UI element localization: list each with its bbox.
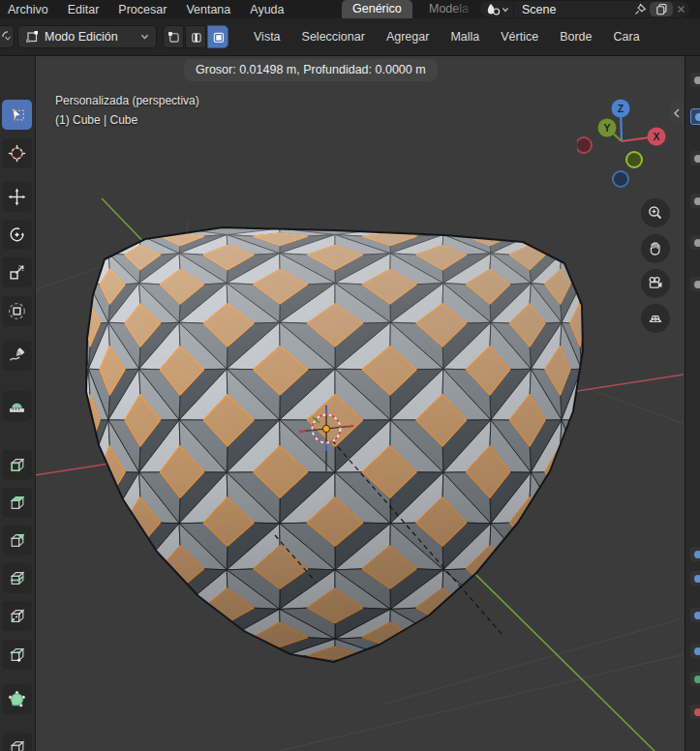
sidebar-collapse-tab[interactable]: [670, 102, 684, 125]
tool-cursor-button[interactable]: [2, 138, 32, 168]
pan-hand-button[interactable]: [641, 234, 670, 263]
pan-hand-icon: [647, 240, 664, 257]
select-mode-group: [163, 25, 228, 48]
select-box-icon: [8, 105, 26, 124]
main-menubar: Archivo Editar Procesar Ventana Ayuda: [8, 0, 284, 18]
menu-vista[interactable]: Vista: [254, 30, 281, 44]
properties-tab-6[interactable]: [690, 547, 700, 561]
menu-borde[interactable]: Borde: [560, 30, 592, 44]
mode-dropdown[interactable]: Modo Edición: [17, 25, 157, 48]
transform-icon: [8, 302, 26, 320]
viewport-menubar: Vista Seleccionar Agregar Malla Vértice …: [254, 18, 640, 55]
measure-icon: [8, 397, 26, 415]
properties-tab-0[interactable]: [690, 73, 700, 87]
pin-icon[interactable]: [634, 2, 647, 16]
scene-browse-button[interactable]: [480, 1, 514, 17]
tool-shelf: [0, 55, 36, 751]
gizmo-axis-x[interactable]: X: [648, 128, 666, 146]
menu-archivo[interactable]: Archivo: [8, 3, 48, 16]
tool-measure-button[interactable]: [2, 391, 32, 421]
properties-tab-4[interactable]: [690, 235, 700, 250]
tool-scale-button[interactable]: [2, 257, 32, 287]
scene-selector: Scene: [480, 1, 689, 17]
tool-select-box-button[interactable]: [2, 100, 32, 130]
new-copy-button[interactable]: [650, 2, 673, 16]
properties-tab-9[interactable]: [690, 644, 700, 658]
properties-editor-sliver[interactable]: [685, 18, 700, 751]
move-icon: [8, 188, 26, 206]
face-select-button[interactable]: [207, 25, 228, 48]
menu-ventana[interactable]: Ventana: [186, 3, 230, 16]
camera-view-icon: [647, 275, 664, 292]
tool-bevel-button[interactable]: [2, 526, 32, 556]
tool-move-button[interactable]: [2, 182, 32, 212]
navigation-gizmo[interactable]: ZYX: [577, 90, 678, 195]
tool-knife-button[interactable]: [2, 601, 32, 631]
editor-type-dropdown[interactable]: [0, 25, 15, 48]
spin-icon: [8, 690, 26, 708]
gizmo-axis-z[interactable]: Z: [612, 100, 630, 118]
tool-annotate-button[interactable]: [2, 341, 32, 371]
poly-build-icon: [8, 646, 26, 664]
properties-tab-10[interactable]: [690, 672, 700, 686]
gizmo-axis-y[interactable]: Y: [598, 119, 617, 137]
active-object-label: (1) Cube | Cube: [55, 113, 137, 127]
editor-type-icon: [2, 30, 14, 44]
tab-fade-overlay: [452, 0, 477, 18]
workspace-tab-generico[interactable]: Genérico: [342, 0, 412, 18]
gizmo-axis-neg-y[interactable]: [626, 152, 642, 167]
knife-icon: [8, 607, 26, 625]
tool-spin-button[interactable]: [2, 684, 32, 714]
properties-tab-11[interactable]: [690, 705, 700, 719]
zoom-in-icon: [647, 204, 664, 222]
tool-shrink-fatten-button[interactable]: [2, 733, 32, 751]
tool-rotate-button[interactable]: [2, 220, 32, 250]
cursor-icon: [8, 144, 26, 163]
menu-ayuda[interactable]: Ayuda: [250, 3, 284, 16]
viewport-header: Modo Edición: [0, 18, 700, 56]
unlink-close-icon[interactable]: [676, 2, 686, 16]
tool-inset-faces-button[interactable]: [2, 488, 32, 518]
properties-tab-3[interactable]: [690, 194, 700, 208]
svg-text:X: X: [653, 131, 659, 142]
toggle-projection-button[interactable]: [641, 304, 670, 333]
loop-cut-icon: [8, 569, 26, 587]
tool-loop-cut-button[interactable]: [2, 563, 32, 593]
camera-view-button[interactable]: [641, 269, 670, 298]
svg-text:Z: Z: [618, 103, 624, 114]
mode-dropdown-label: Modo Edición: [45, 30, 135, 44]
tool-poly-build-button[interactable]: [2, 640, 32, 670]
menu-cara[interactable]: Cara: [614, 30, 640, 44]
properties-tab-5[interactable]: [690, 277, 700, 291]
gizmo-axis-neg-z[interactable]: [613, 171, 628, 187]
menu-vertice[interactable]: Vértice: [501, 30, 538, 44]
blender-window: Archivo Editar Procesar Ventana Ayuda Ge…: [0, 0, 700, 751]
menu-agregar[interactable]: Agregar: [386, 30, 429, 44]
tool-extrude-region-button[interactable]: [2, 450, 32, 480]
properties-tab-2[interactable]: [690, 151, 700, 165]
vertex-select-button[interactable]: [163, 25, 184, 48]
annotate-icon: [8, 346, 26, 365]
extrude-region-icon: [8, 456, 26, 474]
view-name-label: Personalizada (perspectiva): [55, 94, 199, 107]
menu-seleccionar[interactable]: Seleccionar: [302, 30, 365, 44]
menu-editar[interactable]: Editar: [68, 3, 100, 16]
scale-icon: [8, 263, 26, 282]
scene-icon: [486, 3, 502, 15]
properties-tab-1[interactable]: [690, 108, 700, 125]
zoom-in-button[interactable]: [641, 198, 670, 227]
topbar: Archivo Editar Procesar Ventana Ayuda Ge…: [0, 0, 700, 18]
chevron-down-icon: [502, 7, 509, 13]
gizmo-axis-neg-x[interactable]: [577, 137, 592, 153]
tool-transform-button[interactable]: [2, 296, 32, 326]
scene-name-field[interactable]: Scene: [514, 3, 634, 16]
menu-malla[interactable]: Malla: [450, 30, 479, 44]
svg-text:Y: Y: [603, 122, 610, 134]
menu-procesar[interactable]: Procesar: [118, 3, 167, 16]
properties-tab-8[interactable]: [690, 608, 700, 622]
properties-tab-7[interactable]: [690, 571, 700, 586]
inset-faces-icon: [8, 494, 26, 512]
operator-status-pill: Grosor: 0.01498 m, Profundidad: 0.0000 m: [184, 59, 438, 81]
chevron-left-icon: [673, 108, 681, 118]
edge-select-button[interactable]: [185, 25, 206, 48]
